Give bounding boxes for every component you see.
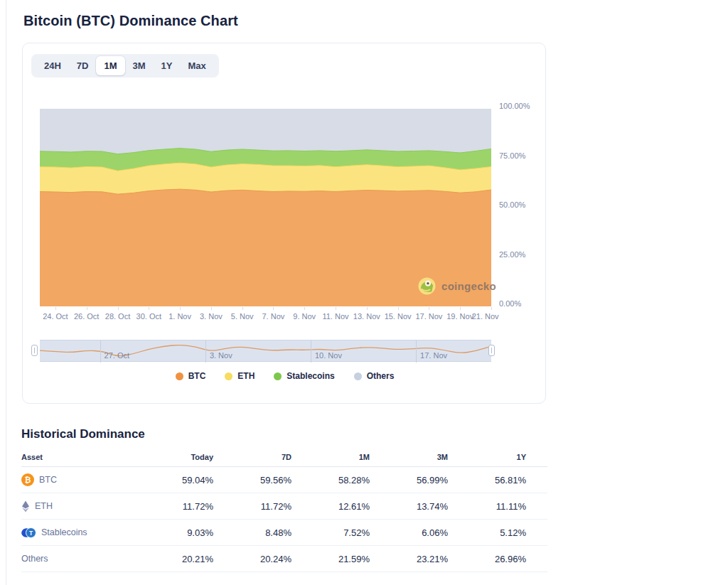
chart-card: 24H7D1M3M1YMax 100.00%75.00%50.00%25.00%… xyxy=(22,43,546,404)
table-row-stablecoins: TStablecoins9.03%8.48%7.52%6.06%5.12% xyxy=(21,520,547,546)
x-axis-label: 7. Nov xyxy=(262,312,284,321)
value-cell: 20.21% xyxy=(135,554,213,564)
x-axis-label: 19. Nov xyxy=(446,312,473,321)
asset-label: BTC xyxy=(39,475,57,485)
asset-label: Stablecoins xyxy=(41,527,87,537)
navigator-gridline xyxy=(311,340,311,363)
x-axis-label: 30. Oct xyxy=(136,312,161,321)
navigator-label: 3. Nov xyxy=(210,351,232,360)
legend-dot xyxy=(354,372,362,380)
x-axis-tick xyxy=(367,307,368,310)
x-axis-label: 1. Nov xyxy=(168,312,191,321)
legend-item-eth[interactable]: ETH xyxy=(225,371,255,381)
asset-cell[interactable]: ETH xyxy=(21,500,135,512)
table-row-others: Others20.21%20.24%21.59%23.21%26.96% xyxy=(21,546,547,572)
legend-item-others[interactable]: Others xyxy=(354,371,395,381)
value-cell: 5.12% xyxy=(448,527,526,538)
legend-label: ETH xyxy=(237,371,255,381)
legend-dot xyxy=(225,372,232,380)
coingecko-watermark: coingecko xyxy=(418,277,496,295)
x-axis-tick xyxy=(460,307,461,310)
x-axis-tick xyxy=(491,307,492,310)
x-axis-label: 5. Nov xyxy=(231,312,254,321)
x-axis-label: 24. Oct xyxy=(43,312,68,321)
navigator-label: 17. Nov xyxy=(420,351,447,360)
stablecoins-icon: T xyxy=(21,527,36,539)
table-header-1y: 1Y xyxy=(448,453,526,461)
gecko-icon xyxy=(418,277,436,295)
x-axis-tick xyxy=(336,307,336,310)
eth-icon xyxy=(21,500,30,512)
x-axis-tick xyxy=(304,307,305,310)
x-axis-label: 26. Oct xyxy=(74,312,99,321)
y-axis-label: 50.00% xyxy=(499,200,542,209)
range-button-24h[interactable]: 24H xyxy=(36,56,69,75)
navigator-label: 27. Oct xyxy=(105,351,129,360)
x-axis-tick xyxy=(149,307,149,310)
historical-dominance-table: AssetToday7D1M3M1Y ₿BTC59.04%59.56%58.28… xyxy=(21,448,547,572)
x-axis-tick xyxy=(398,307,399,310)
table-header-today: Today xyxy=(135,453,213,461)
x-axis-tick xyxy=(211,307,212,310)
asset-cell[interactable]: TStablecoins xyxy=(21,527,135,539)
y-axis-label: 25.00% xyxy=(499,250,542,259)
value-cell: 9.03% xyxy=(135,527,213,538)
value-cell: 20.24% xyxy=(213,554,291,564)
range-button-3m[interactable]: 3M xyxy=(125,56,154,75)
value-cell: 6.06% xyxy=(370,527,448,538)
x-axis-label: 11. Nov xyxy=(322,312,348,321)
legend-dot xyxy=(176,372,183,380)
navigator-handle-right[interactable] xyxy=(488,345,495,356)
btc-dominance-page: Bitcoin (BTC) Dominance Chart 24H7D1M3M1… xyxy=(0,0,728,585)
x-axis-tick xyxy=(242,307,243,310)
svg-text:T: T xyxy=(29,529,33,536)
page-title: Bitcoin (BTC) Dominance Chart xyxy=(23,13,238,29)
value-cell: 11.11% xyxy=(448,501,526,512)
navigator[interactable]: 27. Oct3. Nov10. Nov17. Nov xyxy=(40,340,491,362)
value-cell: 13.74% xyxy=(370,501,448,512)
value-cell: 11.72% xyxy=(213,501,291,512)
y-axis-label: 100.00% xyxy=(499,102,542,110)
asset-cell[interactable]: ₿BTC xyxy=(21,473,135,486)
table-header-3m: 3M xyxy=(370,453,448,461)
legend-item-btc[interactable]: BTC xyxy=(176,371,206,381)
value-cell: 23.21% xyxy=(370,554,448,564)
value-cell: 58.28% xyxy=(291,475,370,485)
x-axis-tick xyxy=(87,307,87,310)
x-axis-tick xyxy=(429,307,429,310)
x-axis-label: 21. Nov xyxy=(472,312,499,321)
range-button-7d[interactable]: 7D xyxy=(69,56,97,75)
x-axis-label: 9. Nov xyxy=(293,312,316,321)
x-axis-tick xyxy=(273,307,274,310)
navigator-label: 10. Nov xyxy=(315,351,342,360)
x-axis-tick xyxy=(180,307,181,310)
table-header-1m: 1M xyxy=(291,453,370,461)
time-range-selector: 24H7D1M3M1YMax xyxy=(31,54,219,77)
table-row-eth: ETH11.72%11.72%12.61%13.74%11.11% xyxy=(21,493,547,520)
range-button-1y[interactable]: 1Y xyxy=(154,56,181,75)
value-cell: 21.59% xyxy=(291,554,370,564)
value-cell: 7.52% xyxy=(291,527,370,538)
table-header-7d: 7D xyxy=(213,453,291,461)
range-button-1m[interactable]: 1M xyxy=(96,56,124,75)
value-cell: 12.61% xyxy=(291,501,370,512)
section-title: Historical Dominance xyxy=(21,427,145,441)
navigator-gridline xyxy=(416,340,417,363)
y-axis-label: 75.00% xyxy=(499,151,542,160)
x-axis-label: 15. Nov xyxy=(385,312,412,321)
navigator-handle-left[interactable] xyxy=(31,345,38,356)
legend-label: Others xyxy=(367,371,395,381)
btc-icon: ₿ xyxy=(21,473,34,486)
asset-label: Others xyxy=(21,554,48,564)
x-axis-tick xyxy=(118,307,119,310)
chart-legend: BTCETHStablecoinsOthers xyxy=(23,371,547,381)
range-button-max[interactable]: Max xyxy=(181,56,214,75)
table-header-row: AssetToday7D1M3M1Y xyxy=(21,448,547,467)
value-cell: 56.99% xyxy=(370,475,448,485)
value-cell: 56.81% xyxy=(448,475,526,485)
value-cell: 59.04% xyxy=(135,475,213,485)
legend-item-stablecoins[interactable]: Stablecoins xyxy=(274,371,334,381)
legend-label: BTC xyxy=(188,371,206,381)
value-cell: 11.72% xyxy=(135,501,213,512)
watermark-text: coingecko xyxy=(441,280,496,292)
